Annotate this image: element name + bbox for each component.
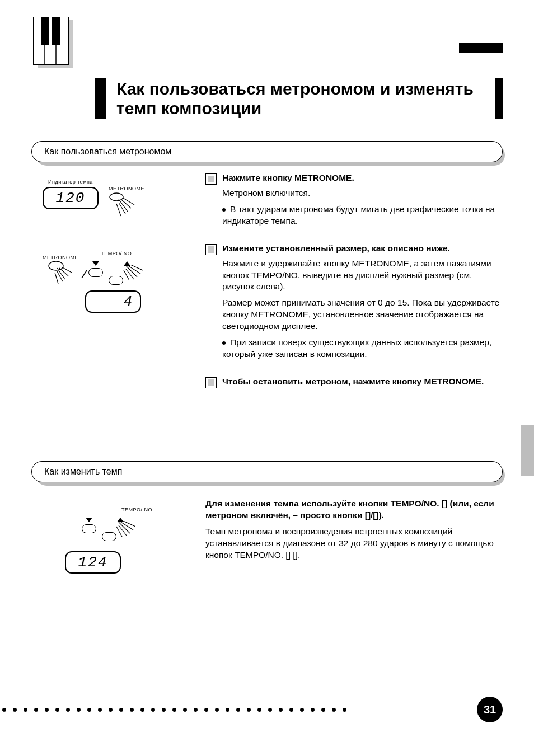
step1-para1: Метроном включится. bbox=[222, 187, 503, 199]
section-metronome-header: Как пользоваться метрономом bbox=[31, 141, 503, 162]
step2-note: При записи поверх существующих данных ис… bbox=[222, 337, 491, 359]
step-marker-icon bbox=[205, 244, 217, 255]
piano-keys-icon bbox=[31, 17, 76, 73]
press-button-hand-icon bbox=[48, 260, 73, 285]
svg-rect-5 bbox=[52, 17, 60, 45]
section2-left-figures: TEMPO/ NO. bbox=[31, 492, 194, 627]
lcd-display: 120 bbox=[43, 187, 99, 209]
page-title: Как пользоваться метрономом и изменять т… bbox=[116, 78, 487, 118]
step2-para1: Нажмите и удерживайте кнопку METRONOME, … bbox=[222, 258, 503, 293]
sec2-step1-para: Темп метронома и воспроизведения встроен… bbox=[205, 526, 503, 561]
svg-rect-4 bbox=[41, 17, 49, 45]
step-marker-icon bbox=[205, 377, 217, 388]
section-tempo-header: Как изменить темп bbox=[31, 461, 503, 482]
thumb-tab bbox=[521, 425, 534, 476]
press-button-hand-icon bbox=[115, 521, 135, 538]
page-heading: Как пользоваться метрономом и изменять т… bbox=[95, 78, 503, 119]
step3-title: Чтобы остановить метроном, нажмите кнопк… bbox=[222, 376, 503, 388]
step1-para2: В такт ударам метронома будут мигать две… bbox=[222, 204, 495, 226]
press-button-hand-icon bbox=[109, 191, 137, 219]
lcd-display: 4 bbox=[85, 290, 141, 313]
step-marker-icon bbox=[205, 173, 217, 185]
press-button-hand-icon bbox=[123, 265, 143, 281]
step2-para2: Размер может принимать значения от 0 до … bbox=[222, 297, 503, 332]
svg-rect-1 bbox=[34, 17, 68, 65]
page-number: 31 bbox=[477, 697, 503, 722]
svg-point-7 bbox=[49, 261, 63, 270]
top-right-bar bbox=[459, 43, 503, 53]
step1-title: Нажмите кнопку METRONOME. bbox=[222, 172, 503, 184]
lcd-display: 124 bbox=[65, 551, 121, 574]
sec2-step1-title: Для изменения темпа используйте кнопки T… bbox=[205, 498, 503, 522]
step2-title: Измените установленный размер, как описа… bbox=[222, 243, 503, 255]
section1-left-figures: Индикатор темпа 120 METRONOME bbox=[31, 172, 194, 447]
footer-dots bbox=[0, 707, 347, 712]
